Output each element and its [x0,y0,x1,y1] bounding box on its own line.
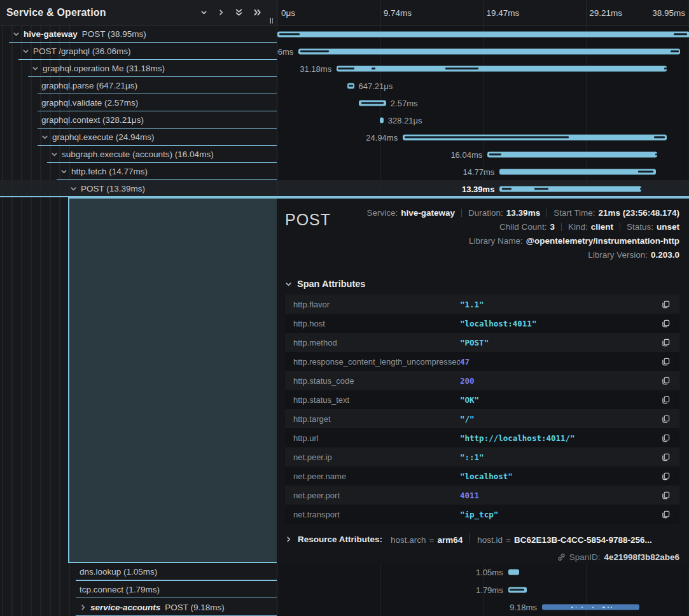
copy-icon[interactable] [660,452,671,463]
span-row-hive-gateway-post-38-95ms[interactable]: hive-gatewayPOST (38.95ms)38.95ms [0,25,689,43]
copy-icon[interactable] [660,356,671,367]
span-label: graphql.context (328.21μs) [41,115,144,125]
resource-attributes-row[interactable]: Resource Attributes: host.arch=arm64host… [285,533,679,545]
copy-icon[interactable] [660,337,671,348]
attribute-key: http.response_content_length_uncompresse… [293,357,460,367]
child-span-tick [338,67,354,69]
span-bar[interactable] [499,186,641,192]
span-name-cell[interactable]: graphql.validate (2.57ms) [0,94,277,111]
waterfall-cell: 1.05ms [277,563,689,581]
collapse-one-icon[interactable] [200,9,207,16]
span-label: tcp.connect (1.79ms) [80,585,160,594]
service-operation-header: Service & Operation [0,0,277,25]
span-meta-line: Library Name:@opentelemetry/instrumentat… [366,234,679,248]
span-bar[interactable] [508,587,527,592]
chevron-down-icon[interactable] [285,281,292,288]
span-name-cell[interactable]: graphql.context (328.21μs) [0,111,277,129]
span-name-cell[interactable]: subgraph.execute (accounts) (16.04ms) [0,146,277,163]
span-detail-panel: POST Service:hive-gatewayDuration:13.39m… [277,197,689,563]
child-span-tick [640,188,641,190]
waterfall-cell: 38.95ms [277,25,689,43]
attribute-key: net.peer.ip [293,452,460,462]
chevron-down-icon[interactable] [70,185,77,192]
tree-controls [200,8,270,17]
span-row-graphql-parse-647-21-s[interactable]: graphql.parse (647.21μs)647.21μs [0,77,689,94]
child-span-tick [655,153,657,155]
chevron-down-icon[interactable] [60,168,67,175]
meta-label: Library Version: [588,250,648,260]
span-label: graphql.validate (2.57ms) [41,98,138,108]
copy-icon[interactable] [660,318,671,329]
expand-one-icon[interactable] [218,9,225,16]
span-detail-left-gutter [0,197,277,563]
attribute-key: http.status_code [293,376,460,386]
meta-value: unset [657,222,679,232]
span-bar[interactable] [298,48,680,54]
copy-icon[interactable] [660,414,671,424]
span-bar[interactable] [542,605,639,610]
child-span-tick [571,606,573,608]
attribute-row-http-method: http.method"POST" [285,333,679,352]
attribute-row-http-url: http.url"http://localhost:4011/" [285,428,679,447]
span-name-cell[interactable]: hive-gatewayPOST (38.95ms) [0,25,277,43]
attribute-key: net.transport [293,510,460,519]
chevron-down-icon[interactable] [32,65,39,72]
span-bar[interactable] [277,31,689,37]
span-label: POST (13.39ms) [81,184,145,193]
span-name-cell[interactable]: graphql.operation Me (31.18ms) [0,60,277,77]
panel-resize-handle[interactable] [270,18,273,24]
copy-icon[interactable] [660,471,671,482]
span-name-cell[interactable]: POST /graphql (36.06ms) [0,43,277,60]
chevron-down-icon[interactable] [13,31,20,38]
span-name-cell[interactable]: service-accountsPOST (9.18ms) [0,598,277,616]
span-row-graphql-operation-me-31-18ms[interactable]: graphql.operation Me (31.18ms)31.18ms [0,60,689,77]
span-bar[interactable] [337,66,667,71]
span-row-post-graphql-36-06ms[interactable]: POST /graphql (36.06ms)36.06ms [0,43,689,60]
equals-sign: = [429,535,435,545]
span-name-cell[interactable]: graphql.parse (647.21μs) [0,77,277,94]
span-name-cell[interactable]: graphql.execute (24.94ms) [0,129,277,146]
chevron-right-icon[interactable] [80,604,87,611]
expand-all-icon[interactable] [253,8,261,17]
span-duration-label: 1.79ms [476,585,503,594]
span-name-cell[interactable]: dns.lookup (1.05ms) [0,563,277,581]
span-row-dns-lookup-1-05ms[interactable]: dns.lookup (1.05ms)1.05ms [0,563,689,581]
span-row-post-13-39ms[interactable]: POST (13.39ms)13.39ms [0,180,689,197]
meta-label: Duration: [468,208,503,218]
span-bar[interactable] [380,117,383,123]
span-bar[interactable] [347,83,354,88]
resource-attributes-items: host.arch=arm64host.id=BC62E13B-C4CC-585… [391,533,652,545]
span-row-graphql-validate-2-57ms[interactable]: graphql.validate (2.57ms)2.57ms [0,94,689,111]
span-row-graphql-execute-24-94ms[interactable]: graphql.execute (24.94ms)24.94ms [0,129,689,146]
copy-icon[interactable] [660,375,671,386]
span-attributes-toggle[interactable]: Span Attributes [285,279,679,289]
span-row-subgraph-execute-accounts-16-04ms[interactable]: subgraph.execute (accounts) (16.04ms)16.… [0,146,689,163]
span-row-graphql-context-328-21-s[interactable]: graphql.context (328.21μs)328.21μs [0,111,689,129]
copy-icon[interactable] [660,509,671,520]
link-icon[interactable] [557,553,566,561]
span-bar[interactable] [499,169,656,174]
collapse-all-icon[interactable] [235,8,243,17]
copy-icon[interactable] [660,299,671,310]
copy-icon[interactable] [660,433,671,444]
span-row-tcp-connect-1-79ms[interactable]: tcp.connect (1.79ms)1.79ms [0,581,689,599]
copy-icon[interactable] [660,490,671,501]
span-attributes-title: Span Attributes [297,279,365,289]
span-name-cell[interactable]: POST (13.39ms) [0,180,277,197]
service-name: hive-gateway [24,29,78,39]
span-bar[interactable] [403,134,667,140]
span-row-service-accounts-post-9-18ms[interactable]: service-accountsPOST (9.18ms)9.18ms [0,598,689,616]
span-bar[interactable] [487,151,657,157]
chevron-right-icon[interactable] [285,536,292,543]
span-name-cell[interactable]: http.fetch (14.77ms) [0,163,277,180]
copy-icon[interactable] [660,395,671,405]
span-bar[interactable] [508,569,519,575]
chevron-down-icon[interactable] [41,134,48,141]
resource-key: host.id [477,535,503,545]
span-row-http-fetch-14-77ms[interactable]: http.fetch (14.77ms)14.77ms [0,163,689,180]
span-name-cell[interactable]: tcp.connect (1.79ms) [0,581,277,599]
chevron-down-icon[interactable] [51,151,58,158]
chevron-down-icon[interactable] [22,48,29,55]
span-bar[interactable] [359,100,386,106]
attribute-row-net-transport: net.transport"ip_tcp" [285,505,679,524]
